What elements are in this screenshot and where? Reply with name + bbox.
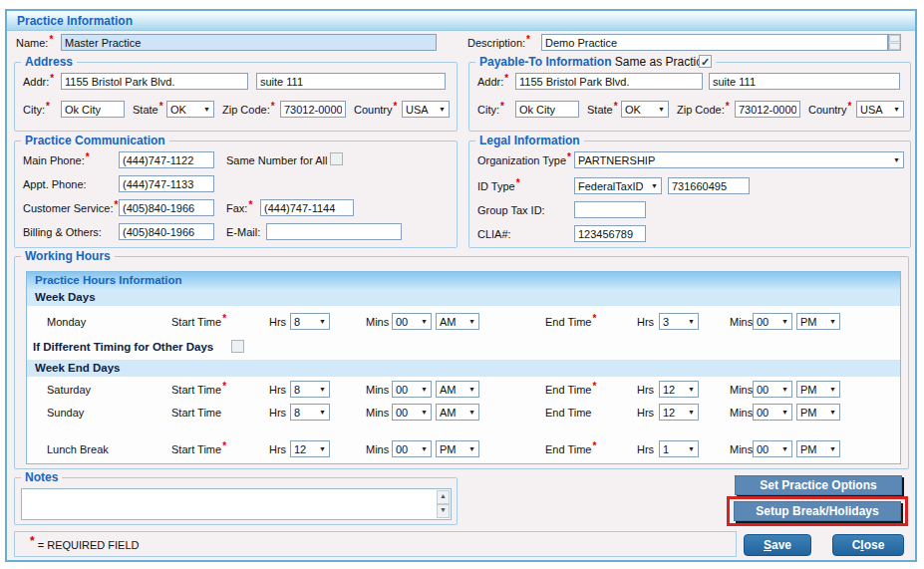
- chevron-down-icon: ▼: [829, 386, 836, 393]
- set-practice-options-button[interactable]: Set Practice Options: [735, 475, 902, 495]
- payable-address-line2-input[interactable]: [709, 73, 900, 90]
- payable-address-line1-input[interactable]: [515, 73, 703, 90]
- scroll-down-icon[interactable]: [889, 43, 900, 50]
- hrs-label: Hrs: [637, 443, 654, 455]
- id-number-input[interactable]: [668, 177, 750, 194]
- working-hours-row-saturday: Saturday Start Time* Hrs 8▼ Mins 00▼ AM▼…: [27, 380, 900, 402]
- chevron-down-icon: ▼: [421, 409, 428, 416]
- window-title: Practice Information: [7, 11, 915, 31]
- start-minute-select[interactable]: 00▼: [392, 313, 432, 330]
- payable-country-select[interactable]: USA▼: [856, 101, 904, 118]
- notes-scrollbar[interactable]: ▲ ▼: [437, 490, 450, 518]
- start-ampm-select[interactable]: AM▼: [436, 404, 479, 421]
- state-label: State*: [133, 104, 163, 116]
- end-ampm-select[interactable]: PM▼: [796, 404, 840, 421]
- different-timing-checkbox[interactable]: [231, 340, 244, 353]
- start-hour-select[interactable]: 12▼: [290, 440, 330, 457]
- same-as-practice-checkbox[interactable]: ✓: [699, 55, 712, 68]
- state-select[interactable]: OK▼: [166, 101, 214, 118]
- chevron-down-icon: ▼: [829, 409, 836, 416]
- practice-hours-header: Practice Hours Information: [27, 272, 900, 289]
- required-asterisk: *: [592, 440, 596, 451]
- end-minute-select[interactable]: 00▼: [753, 404, 792, 421]
- chevron-down-icon: ▼: [319, 386, 326, 393]
- chevron-down-icon: ▼: [893, 106, 900, 113]
- group-tax-id-label: Group Tax ID:: [477, 204, 545, 216]
- mins-label: Mins: [366, 384, 389, 396]
- chevron-down-icon: ▼: [688, 318, 695, 325]
- address-line1-input[interactable]: [61, 73, 248, 90]
- chevron-down-icon: ▼: [468, 409, 475, 416]
- appt-phone-input[interactable]: [119, 175, 214, 192]
- start-minute-select[interactable]: 00▼: [392, 440, 432, 457]
- setup-break-holidays-button[interactable]: Setup Break/Holidays: [734, 501, 901, 521]
- end-minute-select[interactable]: 00▼: [753, 440, 792, 457]
- customer-service-input[interactable]: [119, 199, 214, 216]
- start-hour-select[interactable]: 8▼: [290, 381, 330, 398]
- description-scrollbar[interactable]: [888, 34, 901, 51]
- required-asterisk: *: [114, 199, 118, 210]
- city-label: City:*: [23, 104, 50, 116]
- state-label: State*: [587, 104, 618, 116]
- billing-others-input[interactable]: [119, 223, 214, 240]
- start-ampm-select[interactable]: AM▼: [436, 381, 479, 398]
- scroll-down-icon[interactable]: ▼: [437, 504, 450, 518]
- start-hour-select[interactable]: 8▼: [290, 313, 330, 330]
- notes-textarea[interactable]: ▲ ▼: [21, 488, 452, 520]
- name-input[interactable]: [61, 34, 437, 51]
- day-label: Sunday: [47, 407, 84, 419]
- end-time-label: End Time: [545, 407, 591, 419]
- chevron-down-icon: ▼: [688, 409, 695, 416]
- id-type-select[interactable]: FederalTaxID▼: [574, 177, 662, 194]
- email-input[interactable]: [266, 223, 402, 240]
- end-hour-select[interactable]: 12▼: [659, 404, 699, 421]
- clia-input[interactable]: [574, 225, 646, 242]
- end-ampm-select[interactable]: PM▼: [796, 313, 840, 330]
- addr-label: Addr:*: [23, 76, 54, 88]
- address-line2-input[interactable]: [256, 73, 446, 90]
- city-input[interactable]: [61, 101, 125, 118]
- required-asterisk: *: [516, 177, 520, 188]
- end-ampm-select[interactable]: PM▼: [796, 381, 840, 398]
- fax-input[interactable]: [260, 199, 354, 216]
- chevron-down-icon: ▼: [203, 106, 210, 113]
- end-minute-select[interactable]: 00▼: [753, 381, 792, 398]
- payable-zip-input[interactable]: [735, 101, 800, 118]
- start-hour-select[interactable]: 8▼: [290, 404, 330, 421]
- required-asterisk: *: [50, 73, 54, 84]
- zip-input[interactable]: [280, 101, 346, 118]
- practice-information-window: Practice Information Name:* Description:…: [5, 9, 917, 562]
- chevron-down-icon: ▼: [651, 182, 658, 189]
- payable-state-select[interactable]: OK▼: [621, 101, 669, 118]
- description-input[interactable]: [541, 34, 888, 51]
- country-select[interactable]: USA▼: [402, 101, 450, 118]
- end-hour-select[interactable]: 1▼: [659, 440, 699, 457]
- close-button[interactable]: Close: [832, 534, 904, 556]
- chevron-down-icon: ▼: [781, 386, 788, 393]
- chevron-down-icon: ▼: [439, 106, 446, 113]
- start-minute-select[interactable]: 00▼: [392, 404, 432, 421]
- notes-legend: Notes: [21, 470, 62, 484]
- start-minute-select[interactable]: 00▼: [392, 381, 432, 398]
- scroll-up-icon[interactable]: [889, 35, 900, 42]
- mins-label: Mins: [730, 384, 753, 396]
- end-hour-select[interactable]: 12▼: [659, 381, 699, 398]
- end-minute-select[interactable]: 00▼: [753, 313, 792, 330]
- required-asterisk: *: [726, 101, 730, 112]
- main-phone-input[interactable]: [119, 151, 214, 168]
- start-time-label: Start Time*: [171, 443, 226, 455]
- start-ampm-select[interactable]: PM▼: [436, 440, 479, 457]
- payable-city-input[interactable]: [515, 101, 579, 118]
- save-button[interactable]: Save: [744, 534, 811, 556]
- start-time-label: Start Time*: [171, 384, 226, 396]
- required-asterisk: *: [222, 440, 226, 451]
- end-ampm-select[interactable]: PM▼: [796, 440, 840, 457]
- same-number-label: Same Number for All: [226, 154, 327, 166]
- end-hour-select[interactable]: 3▼: [659, 313, 699, 330]
- organization-type-select[interactable]: PARTNERSHIP▼: [574, 151, 904, 168]
- same-number-checkbox[interactable]: [330, 152, 343, 165]
- start-ampm-select[interactable]: AM▼: [436, 313, 479, 330]
- scroll-up-icon[interactable]: ▲: [437, 490, 450, 504]
- group-tax-id-input[interactable]: [574, 201, 646, 218]
- organization-type-label: Organization Type*: [477, 154, 571, 166]
